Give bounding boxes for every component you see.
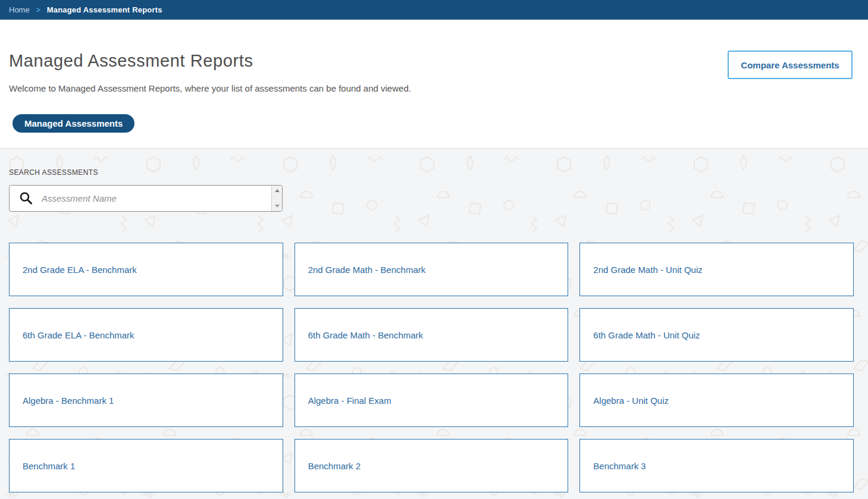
assessment-card[interactable]: Benchmark 2 <box>294 439 569 492</box>
assessment-card[interactable]: Benchmark 1 <box>9 439 283 492</box>
assessment-card[interactable]: 2nd Grade Math - Benchmark <box>294 243 569 296</box>
breadcrumb-home-link[interactable]: Home <box>9 5 30 14</box>
assessments-section: SEARCH ASSESSMENTS 2nd Grade ELA - Bench… <box>0 149 868 499</box>
assessment-card-label: Benchmark 1 <box>23 461 75 471</box>
assessment-card[interactable]: 6th Grade ELA - Benchmark <box>9 308 283 362</box>
assessment-card-label: 2nd Grade Math - Benchmark <box>308 265 426 275</box>
assessment-card[interactable]: 6th Grade Math - Unit Quiz <box>579 308 854 362</box>
breadcrumb-current-page: Managed Assessment Reports <box>47 5 162 14</box>
assessment-card-label: 6th Grade ELA - Benchmark <box>23 330 134 340</box>
assessment-card[interactable]: Benchmark 3 <box>579 439 854 492</box>
triangle-down-icon[interactable] <box>275 205 280 208</box>
assessment-card[interactable]: Algebra - Final Exam <box>294 374 569 427</box>
managed-assessments-tab[interactable]: Managed Assessments <box>12 114 134 133</box>
assessment-card-label: Benchmark 3 <box>593 461 645 471</box>
search-box <box>9 185 283 212</box>
assessment-grid: 2nd Grade ELA - Benchmark 2nd Grade Math… <box>9 243 854 492</box>
assessment-card-label: 2nd Grade Math - Unit Quiz <box>593 265 702 275</box>
input-scrollbar[interactable] <box>271 186 282 211</box>
assessment-card[interactable]: Algebra - Benchmark 1 <box>9 374 283 427</box>
assessment-card-label: 2nd Grade ELA - Benchmark <box>23 265 137 275</box>
page-title: Managed Assessment Reports <box>9 51 853 71</box>
assessment-card-label: 6th Grade Math - Unit Quiz <box>593 330 700 340</box>
breadcrumb: Home > Managed Assessment Reports <box>0 0 868 20</box>
page-subtitle: Welcome to Managed Assessment Reports, w… <box>9 83 853 93</box>
assessment-card-label: Algebra - Benchmark 1 <box>23 396 114 406</box>
breadcrumb-separator: > <box>36 6 40 14</box>
assessment-card-label: Algebra - Unit Quiz <box>593 396 669 406</box>
search-icon <box>19 192 33 205</box>
assessment-card[interactable]: 2nd Grade ELA - Benchmark <box>9 243 283 296</box>
assessment-card[interactable]: 6th Grade Math - Benchmark <box>294 308 569 362</box>
page-header: Managed Assessment Reports Welcome to Ma… <box>0 20 868 149</box>
assessment-card[interactable]: Algebra - Unit Quiz <box>579 374 854 427</box>
triangle-up-icon[interactable] <box>275 189 280 192</box>
search-assessments-label: SEARCH ASSESSMENTS <box>9 168 854 177</box>
compare-assessments-button[interactable]: Compare Assessments <box>728 51 853 79</box>
assessment-card[interactable]: 2nd Grade Math - Unit Quiz <box>579 243 854 296</box>
assessment-card-label: Benchmark 2 <box>308 461 361 471</box>
assessment-card-label: 6th Grade Math - Benchmark <box>308 330 423 340</box>
search-input[interactable] <box>42 186 271 211</box>
assessment-card-label: Algebra - Final Exam <box>308 396 391 406</box>
